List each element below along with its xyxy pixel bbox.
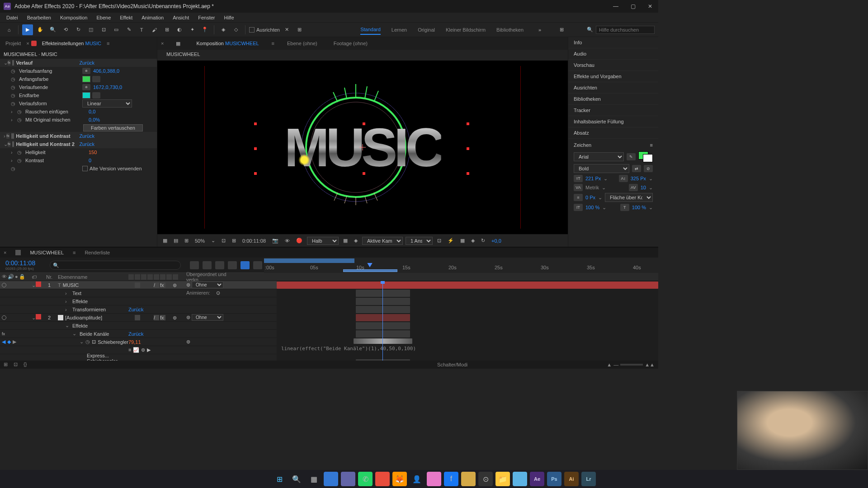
prop-expression-controls[interactable]: ≡📈⊚▶ <box>0 346 277 354</box>
vc-channel-icon[interactable]: 🔴 <box>294 237 304 244</box>
toggle-modes-icon[interactable]: ⊡ <box>14 361 20 368</box>
vc-guides-icon[interactable]: ⊞ <box>183 237 190 244</box>
checkbox-legacy[interactable] <box>82 166 88 171</box>
tl-tab-render[interactable]: Renderliste <box>85 250 110 255</box>
tab-footage[interactable]: Footage (ohne) <box>330 39 371 48</box>
dropdown-verlaufsform[interactable]: Linear <box>82 99 132 108</box>
parent-dropdown[interactable]: Ohne <box>192 314 223 321</box>
text-tool[interactable]: T <box>136 24 147 35</box>
menu-hilfe[interactable]: Hilfe <box>220 14 239 21</box>
panel-info[interactable]: Info <box>568 37 658 48</box>
pan-behind-tool[interactable]: ⊡ <box>98 24 109 35</box>
expand-toggle[interactable]: ⌄ <box>32 282 36 288</box>
playhead[interactable] <box>367 263 373 267</box>
workspace-reset[interactable]: ⊞ <box>556 24 567 35</box>
pen-tool[interactable]: ✎ <box>123 24 134 35</box>
menu-bearbeiten[interactable]: Bearbeiten <box>23 14 56 21</box>
comp-flowchart-icon[interactable]: ▦ <box>173 38 184 49</box>
parent-pickwhip[interactable]: ⊚ <box>186 282 190 287</box>
stopwatch-icon[interactable]: ◷ <box>17 158 24 164</box>
layer-color-chip[interactable] <box>36 314 41 319</box>
fill-over-stroke-dropdown[interactable]: Fläche über Kon... <box>605 193 653 202</box>
prop-text[interactable]: ›Text Animieren: ⊙ <box>0 289 277 297</box>
value-kontrast[interactable]: 0 <box>89 158 91 163</box>
vc-mask-icon[interactable]: ▤ <box>172 237 180 244</box>
tab-effect-controls[interactable]: Effekteinstellungen MUSIC <box>38 39 105 48</box>
prop-transform[interactable]: ›Transformieren Zurück <box>0 305 277 314</box>
font-size-value[interactable]: 221 Px <box>585 176 601 181</box>
tl-tool-brainstorm[interactable] <box>253 261 262 269</box>
fill-icon[interactable]: ◈ <box>218 24 229 35</box>
expr-enable-icon[interactable]: ≡ <box>128 347 131 353</box>
vc-camera[interactable]: Aktive Kamera <box>362 237 403 245</box>
tl-tab-close[interactable]: × <box>4 250 6 255</box>
rect-tool[interactable]: ▭ <box>111 24 122 35</box>
close-button[interactable]: ✕ <box>646 2 655 11</box>
prop-slider[interactable]: ◀◆▶ ⌄◷⊡Schieberegler 79,11 ⊚ <box>0 338 277 346</box>
parent-pickwhip-icon[interactable]: ⊚ <box>173 315 178 320</box>
visibility-toggle[interactable] <box>2 315 6 320</box>
panel-effects-presets[interactable]: Effekte und Vorgaben <box>568 71 658 82</box>
vc-zoom[interactable]: 50% <box>193 237 207 244</box>
vc-snapshot-icon[interactable]: 📷 <box>270 237 280 244</box>
tl-tab-menu[interactable]: ≡ <box>73 250 75 255</box>
reset-bc1[interactable]: Zurück <box>79 133 94 139</box>
stopwatch-icon[interactable]: ◷ <box>11 93 17 99</box>
layer-row-audio[interactable]: ⌄ 2 [Audioamplitude] /fx⊚ ⊚ Ohne <box>0 314 277 322</box>
timeline-tracks[interactable]: linear(effect("Beide Kanäle")(1),40,50,0… <box>277 281 658 361</box>
panel-audio[interactable]: Audio <box>568 48 658 60</box>
tab-project-close[interactable]: × <box>26 41 29 46</box>
selection-handle[interactable] <box>467 122 469 125</box>
reset-verlauf[interactable]: Zurück <box>79 60 94 66</box>
animate-menu-icon[interactable]: ⊙ <box>216 290 220 296</box>
work-area-bar[interactable] <box>264 258 354 263</box>
color-swatch-end[interactable] <box>82 92 90 99</box>
value-verlaufsanfang[interactable]: 406,0,388,0 <box>93 68 119 74</box>
parent-dropdown[interactable]: Ohne <box>192 282 223 288</box>
vertical-scale-value[interactable]: 100 % <box>585 205 599 210</box>
menu-animation[interactable]: Animation <box>137 14 168 21</box>
hand-tool[interactable]: ✋ <box>35 24 46 35</box>
stroke-icon[interactable]: ◇ <box>231 24 241 35</box>
stopwatch-icon[interactable]: ◷ <box>17 109 24 115</box>
fill-stroke-swatch[interactable] <box>638 151 653 162</box>
camera-tool[interactable]: ◫ <box>85 24 96 35</box>
value-mischen[interactable]: 0,0% <box>89 117 100 122</box>
prop-effects-2[interactable]: ⌄Effekte <box>0 322 277 330</box>
crosshair-icon[interactable]: ⊕ <box>82 84 90 90</box>
comp-tab-close[interactable]: × <box>161 41 164 46</box>
col-name[interactable]: Ebenenname <box>56 274 128 280</box>
comp-tab-menu[interactable]: ≡ <box>272 41 274 46</box>
zoom-tool[interactable]: 🔍 <box>47 24 58 35</box>
vc-flowchart-icon[interactable]: ◈ <box>469 237 476 244</box>
layer-bar-audio[interactable] <box>356 314 410 321</box>
panel-ausrichten[interactable]: Ausrichten <box>568 82 658 94</box>
expression-toggle-icon[interactable]: ⊡ <box>92 339 96 345</box>
tab-composition[interactable]: Komposition MUSICWHEEL <box>193 39 262 48</box>
puppet-tool[interactable]: 📍 <box>199 24 210 35</box>
home-tool[interactable]: ⌂ <box>4 24 14 35</box>
crosshair-icon[interactable]: ⊕ <box>82 68 90 74</box>
vc-timecode[interactable]: 0:00:11:08 <box>241 237 268 244</box>
workspace-standard[interactable]: Standard <box>360 25 381 35</box>
layer-row-music[interactable]: ⌄ 1 TMUSIC /fx⊚ ⊚ Ohne <box>0 281 277 289</box>
stopwatch-icon[interactable]: ◷ <box>17 117 24 123</box>
expression-text[interactable]: linear(effect("Beide Kanäle")(1),40,50,0… <box>281 346 416 352</box>
tl-tool-graph[interactable] <box>241 261 250 269</box>
selection-tool[interactable]: ▶ <box>22 24 33 35</box>
tl-ruler[interactable]: :00s 05s 10s 15s 20s 25s 30s 35s 40s <box>264 258 658 273</box>
comp-breadcrumb[interactable]: MUSICWHEEL <box>157 50 568 61</box>
menu-ansicht[interactable]: Ansicht <box>168 14 193 21</box>
layer-color-chip[interactable] <box>36 282 41 287</box>
no-fill-icon[interactable]: ⊘ <box>644 165 653 172</box>
toggle-switches-label[interactable]: Schalter/Modi <box>437 362 467 367</box>
effect-toggle-icon[interactable] <box>12 60 14 66</box>
swap-colors-button[interactable]: Farben vertauschen <box>83 124 143 131</box>
leading-value[interactable]: 325 Px <box>631 176 646 181</box>
panel-absatz[interactable]: Absatz <box>568 127 658 139</box>
eyedropper-icon[interactable] <box>92 76 100 82</box>
panel-tracker[interactable]: Tracker <box>568 105 658 116</box>
tl-tool-shy[interactable] <box>203 261 212 269</box>
preview-range[interactable] <box>343 269 397 272</box>
prop-effects[interactable]: ›Effekte <box>0 297 277 305</box>
